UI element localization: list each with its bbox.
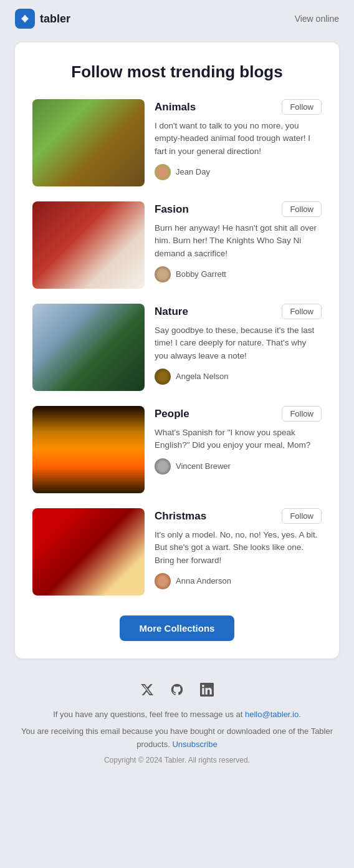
blog-image-animals xyxy=(32,99,145,186)
tabler-logo-icon xyxy=(15,9,35,29)
blog-content-nature: Nature Follow Say goodbye to these, beca… xyxy=(155,304,322,385)
contact-text: If you have any questions, feel free to … xyxy=(15,708,339,721)
blog-title-animals: Animals xyxy=(155,101,196,113)
author-avatar-fasion xyxy=(155,266,171,282)
blog-desc-people: What's Spanish for "I know you speak Eng… xyxy=(155,427,322,452)
x-twitter-icon[interactable] xyxy=(138,681,156,698)
blog-image-christmas xyxy=(32,508,145,596)
follow-button-fasion[interactable]: Follow xyxy=(282,201,322,217)
follow-button-people[interactable]: Follow xyxy=(282,406,322,422)
author-name-people: Vincent Brewer xyxy=(176,461,231,471)
follow-button-christmas[interactable]: Follow xyxy=(282,508,322,524)
author-avatar-christmas xyxy=(155,573,171,589)
card-title: Follow most trending blogs xyxy=(32,62,322,82)
blog-content-people: People Follow What's Spanish for "I know… xyxy=(155,406,322,475)
follow-button-nature[interactable]: Follow xyxy=(282,304,322,319)
blog-header-people: People Follow xyxy=(155,406,322,422)
social-icons-row xyxy=(15,681,339,698)
email-wrapper: tabler View online Follow most trending … xyxy=(0,0,354,774)
blog-desc-christmas: It's only a model. No, no, no! Yes, yes.… xyxy=(155,529,322,567)
blog-header-christmas: Christmas Follow xyxy=(155,508,322,524)
blog-item-fasion: Fasion Follow Burn her anyway! He hasn't… xyxy=(32,201,322,289)
github-icon[interactable] xyxy=(168,681,186,698)
cta-area: More Collections xyxy=(32,610,322,641)
author-avatar-people xyxy=(155,458,171,475)
author-name-fasion: Bobby Garrett xyxy=(176,269,226,279)
blog-image-fasion xyxy=(32,201,145,289)
blog-header-nature: Nature Follow xyxy=(155,304,322,319)
blog-desc-animals: I don't want to talk to you no more, you… xyxy=(155,120,322,158)
blog-content-animals: Animals Follow I don't want to talk to y… xyxy=(155,99,322,180)
author-name-animals: Jean Day xyxy=(176,167,210,176)
author-avatar-animals xyxy=(155,164,171,180)
blog-header-animals: Animals Follow xyxy=(155,99,322,115)
logo-area: tabler xyxy=(15,9,70,29)
blog-title-fasion: Fasion xyxy=(155,203,189,216)
author-area-people: Vincent Brewer xyxy=(155,458,322,475)
more-collections-button[interactable]: More Collections xyxy=(120,615,235,641)
blog-image-people xyxy=(32,406,145,493)
blog-title-christmas: Christmas xyxy=(155,510,206,523)
email-footer: If you have any questions, feel free to … xyxy=(0,663,354,774)
blog-desc-nature: Say goodbye to these, because it's the l… xyxy=(155,324,322,362)
blog-image-nature xyxy=(32,304,145,391)
author-area-nature: Angela Nelson xyxy=(155,369,322,385)
view-online-link[interactable]: View online xyxy=(295,14,339,24)
legal-text: You are receiving this email because you… xyxy=(15,725,339,751)
unsubscribe-link[interactable]: Unsubscribe xyxy=(172,740,217,749)
blog-content-christmas: Christmas Follow It's only a model. No, … xyxy=(155,508,322,589)
copyright-text: Copyright © 2024 Tabler. All rights rese… xyxy=(15,756,339,764)
author-area-christmas: Anna Anderson xyxy=(155,573,322,589)
blog-desc-fasion: Burn her anyway! He hasn't got shit all … xyxy=(155,222,322,260)
logo-text: tabler xyxy=(40,12,70,26)
author-avatar-nature xyxy=(155,369,171,385)
author-name-christmas: Anna Anderson xyxy=(176,576,231,586)
follow-button-animals[interactable]: Follow xyxy=(282,99,322,115)
blog-item-nature: Nature Follow Say goodbye to these, beca… xyxy=(32,304,322,391)
blog-title-nature: Nature xyxy=(155,306,188,318)
author-name-nature: Angela Nelson xyxy=(176,372,229,381)
author-area-animals: Jean Day xyxy=(155,164,322,180)
blog-item-christmas: Christmas Follow It's only a model. No, … xyxy=(32,508,322,596)
blogs-list: Animals Follow I don't want to talk to y… xyxy=(32,99,322,596)
contact-email[interactable]: hello@tabler.io xyxy=(245,710,299,719)
author-area-fasion: Bobby Garrett xyxy=(155,266,322,282)
blog-item-people: People Follow What's Spanish for "I know… xyxy=(32,406,322,493)
blog-title-people: People xyxy=(155,408,189,420)
main-card: Follow most trending blogs Animals Follo… xyxy=(15,42,339,658)
blog-item-animals: Animals Follow I don't want to talk to y… xyxy=(32,99,322,186)
blog-content-fasion: Fasion Follow Burn her anyway! He hasn't… xyxy=(155,201,322,282)
blog-header-fasion: Fasion Follow xyxy=(155,201,322,217)
email-header: tabler View online xyxy=(0,0,354,37)
linkedin-icon[interactable] xyxy=(198,681,216,698)
